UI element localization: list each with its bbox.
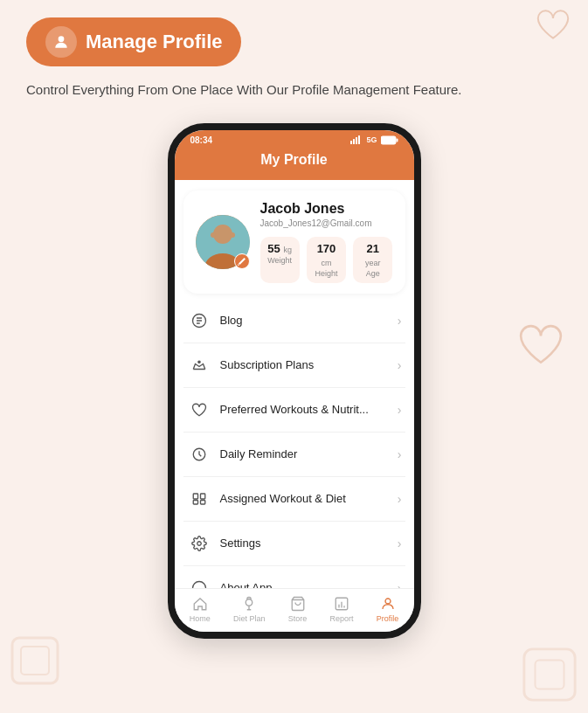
profile-name: Jacob Jones [260,201,393,217]
profile-info: Jacob Jones Jacob_Jones12@Gmail.com 55 k… [260,201,393,283]
home-nav-icon [192,596,208,612]
about-icon [187,576,211,588]
nav-store[interactable]: Store [288,596,308,623]
svg-rect-10 [396,138,398,142]
status-time: 08:34 [190,135,213,145]
age-value: 21 year [360,242,385,268]
menu-item-about[interactable]: About App › [183,566,405,588]
clock-svg [191,446,207,462]
svg-point-29 [385,599,391,604]
menu-label-assigned: Assigned Workout & Diet [220,492,398,505]
nav-diet[interactable]: Diet Plan [233,596,266,623]
phone-mockup: 08:34 5G My Profile [0,123,588,639]
svg-point-12 [213,225,232,244]
svg-rect-7 [356,137,357,144]
chevron-about: › [398,581,402,588]
svg-point-16 [197,361,199,363]
diet-nav-icon [241,596,257,612]
svg-rect-6 [353,139,355,144]
nav-store-label: Store [288,614,308,623]
svg-rect-2 [524,649,575,700]
svg-rect-9 [381,136,396,144]
stat-weight: 55 kg Weight [260,237,300,283]
network-label: 5G [366,135,377,144]
stat-age: 21 year Age [353,237,392,283]
header-subtitle: Control Everything From One Place With O… [26,80,481,100]
nav-report[interactable]: Report [330,596,354,623]
nav-report-label: Report [330,614,354,623]
chevron-blog: › [398,314,402,328]
assigned-icon [187,487,211,511]
avatar-edit-badge[interactable] [234,253,250,269]
menu-label-workouts: Preferred Workouts & Nutrit... [220,403,398,416]
status-bar: 08:34 5G [175,130,414,149]
height-value: 170 cm [314,242,339,268]
menu-label-settings: Settings [220,536,398,550]
svg-rect-3 [535,660,564,689]
svg-point-14 [230,232,235,238]
battery-icon [381,135,398,145]
svg-rect-1 [21,647,49,675]
avatar-wrap [196,215,250,269]
svg-rect-5 [350,141,352,144]
svg-point-13 [211,232,216,238]
blog-svg [191,313,207,329]
nav-home-label: Home [190,614,211,623]
menu-list: Blog › Subscription Plans › [175,299,414,588]
chevron-workouts: › [398,403,402,417]
signal-icon [350,135,363,144]
svg-rect-21 [200,500,204,504]
store-nav-icon [290,596,306,612]
screen-title: My Profile [260,152,327,167]
blog-icon [187,308,211,333]
profile-nav-icon [380,596,396,612]
weight-label: Weight [267,256,293,265]
chevron-reminder: › [398,447,402,461]
svg-rect-8 [358,135,360,144]
gear-svg [191,536,207,551]
svg-rect-20 [193,500,197,504]
stat-height: 170 cm Height [307,237,346,283]
height-label: Height [314,269,339,278]
manage-profile-badge: Manage Profile [26,17,241,66]
menu-label-about: About App [220,581,398,588]
nav-home[interactable]: Home [190,596,211,623]
profile-card: Jacob Jones Jacob_Jones12@Gmail.com 55 k… [183,190,405,294]
menu-item-reminder[interactable]: Daily Reminder › [183,433,405,477]
nav-profile-label: Profile [377,614,399,623]
info-svg [191,580,207,588]
edit-icon [238,257,246,266]
header-section: Manage Profile Control Everything From O… [0,0,588,109]
svg-point-4 [59,36,65,42]
menu-item-workouts[interactable]: Preferred Workouts & Nutrit... › [183,388,405,433]
phone-screen: 08:34 5G My Profile [168,123,421,639]
menu-item-settings[interactable]: Settings › [183,522,405,566]
svg-point-26 [246,599,252,606]
menu-label-subscription: Subscription Plans [220,358,398,371]
svg-point-22 [197,541,201,545]
weight-value: 55 kg [267,242,293,255]
screen-title-bar: My Profile [175,149,414,180]
status-icons: 5G [350,135,398,145]
crown-svg [191,357,207,373]
heart-svg [191,402,207,418]
menu-label-blog: Blog [220,314,398,327]
bottom-nav: Home Diet Plan Store [175,588,414,632]
chevron-subscription: › [398,358,402,372]
workouts-icon [187,398,211,422]
menu-item-subscription[interactable]: Subscription Plans › [183,343,405,388]
user-icon [45,26,77,58]
chevron-settings: › [398,536,402,550]
subscription-icon [187,353,211,377]
menu-item-blog[interactable]: Blog › [183,299,405,343]
report-nav-icon [334,596,349,612]
profile-email: Jacob_Jones12@Gmail.com [260,218,393,228]
badge-title: Manage Profile [86,31,222,53]
svg-point-23 [192,581,205,588]
menu-item-assigned[interactable]: Assigned Workout & Diet › [183,477,405,522]
svg-rect-18 [193,494,197,499]
nav-diet-label: Diet Plan [233,614,266,623]
chevron-assigned: › [398,492,402,506]
menu-label-reminder: Daily Reminder [220,447,398,460]
nav-profile[interactable]: Profile [377,596,399,623]
